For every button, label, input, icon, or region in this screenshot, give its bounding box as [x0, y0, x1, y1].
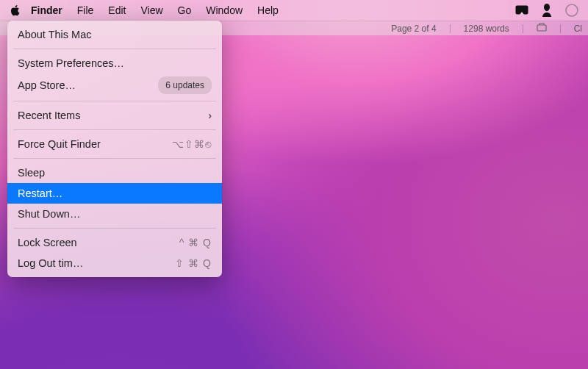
menubar-item-help[interactable]: Help — [250, 0, 286, 21]
menu-restart[interactable]: Restart… — [7, 183, 222, 204]
updates-badge: 6 updates — [158, 76, 212, 94]
screen-mirroring-icon[interactable] — [514, 3, 529, 18]
menu-item-label: Recent Items — [18, 108, 208, 123]
menu-shut-down[interactable]: Shut Down… — [7, 204, 222, 224]
menu-item-label: Restart… — [18, 186, 212, 201]
menu-separator — [13, 129, 216, 130]
keyboard-shortcut: ⌥⇧⌘⎋ — [172, 137, 212, 151]
menu-item-label: Log Out tim… — [18, 256, 175, 271]
status-icon[interactable] — [564, 3, 579, 18]
svg-rect-2 — [537, 25, 546, 31]
menu-log-out[interactable]: Log Out tim… ⇧ ⌘ Q — [7, 253, 222, 273]
menu-system-preferences[interactable]: System Preferences… — [7, 53, 222, 74]
user-silhouette-icon[interactable] — [539, 3, 554, 18]
menubar-item-edit[interactable]: Edit — [101, 0, 133, 21]
menu-about-this-mac[interactable]: About This Mac — [7, 24, 222, 45]
menu-app-store[interactable]: App Store… 6 updates — [7, 74, 222, 97]
menubar-item-window[interactable]: Window — [198, 0, 250, 21]
menubar-item-view[interactable]: View — [133, 0, 170, 21]
menubar: Finder File Edit View Go Window Help — [0, 0, 588, 21]
menu-separator — [13, 228, 216, 229]
menu-item-label: Force Quit Finder — [18, 137, 172, 151]
menu-separator — [13, 49, 216, 49]
menu-sleep[interactable]: Sleep — [7, 162, 222, 183]
menu-separator — [13, 101, 216, 101]
menubar-item-file[interactable]: File — [70, 0, 101, 21]
page-indicator: Page 2 of 4 — [391, 24, 436, 34]
menubar-item-go[interactable]: Go — [171, 0, 199, 21]
svg-point-1 — [566, 4, 578, 16]
word-count: 1298 words — [464, 24, 509, 34]
menu-item-label: Sleep — [18, 165, 212, 180]
keyboard-shortcut: ^ ⌘ Q — [179, 235, 212, 250]
menu-recent-items[interactable]: Recent Items › — [7, 105, 222, 126]
menu-item-label: App Store… — [18, 78, 158, 93]
chevron-right-icon: › — [208, 108, 212, 123]
menu-item-label: About This Mac — [18, 27, 212, 42]
toolbar-extra: Cl — [574, 24, 582, 34]
menu-separator — [13, 158, 216, 159]
keyboard-shortcut: ⇧ ⌘ Q — [175, 256, 212, 271]
menu-item-label: Shut Down… — [18, 207, 212, 221]
apple-menu-dropdown: About This Mac System Preferences… App S… — [7, 21, 222, 277]
menu-lock-screen[interactable]: Lock Screen ^ ⌘ Q — [7, 232, 222, 253]
menubar-item-finder[interactable]: Finder — [24, 0, 70, 21]
menu-item-label: System Preferences… — [18, 56, 212, 71]
toolbar-icon[interactable] — [537, 23, 547, 34]
apple-menu-icon[interactable] — [7, 4, 24, 16]
menu-item-label: Lock Screen — [18, 235, 179, 250]
menu-force-quit[interactable]: Force Quit Finder ⌥⇧⌘⎋ — [7, 134, 222, 154]
